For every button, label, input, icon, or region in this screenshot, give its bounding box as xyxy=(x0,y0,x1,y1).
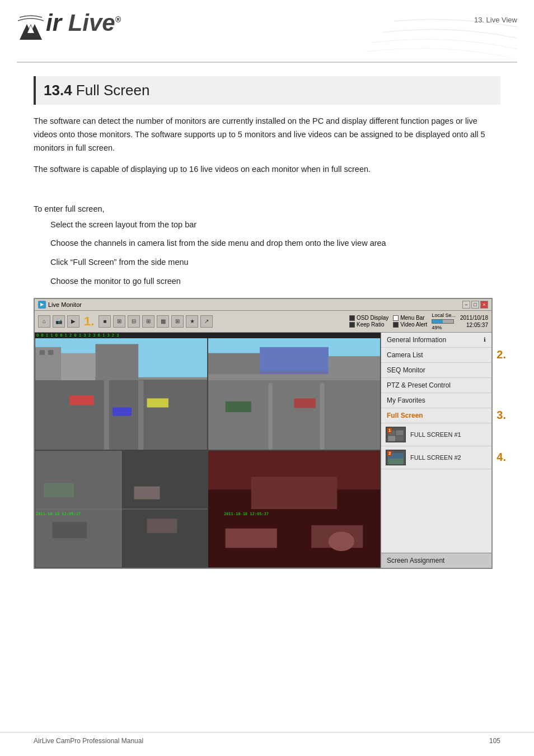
win-controls[interactable]: − □ × xyxy=(462,301,488,309)
video-cell-bottom-right xyxy=(208,450,381,568)
svg-rect-16 xyxy=(208,353,260,374)
osd-label: OSD Display xyxy=(357,315,388,321)
video-cell-top-left xyxy=(35,333,208,450)
svg-rect-8 xyxy=(95,344,138,380)
minimize-button[interactable]: − xyxy=(462,301,470,309)
progress-bar xyxy=(432,319,454,324)
layout-16-icon[interactable]: ⊞ xyxy=(171,315,184,328)
sidebar-item-ptz-control[interactable]: PTZ & Preset Control xyxy=(381,378,491,393)
paragraph-2: The software is capable of displaying up… xyxy=(34,163,500,176)
logo-reg: ® xyxy=(115,15,121,24)
export-icon[interactable]: ↗ xyxy=(200,315,213,328)
fullscreen-option-1[interactable]: 1 FULL SCREEN #1 xyxy=(381,423,491,446)
svg-rect-36 xyxy=(251,477,338,509)
fullscreen-thumb-2: 2 xyxy=(386,450,406,465)
toolbar-right: OSD Display Keep Ratio Menu Bar xyxy=(349,312,488,330)
svg-rect-24 xyxy=(294,398,316,408)
layout-1-icon[interactable]: ■ xyxy=(99,315,111,328)
step3-badge: 3. xyxy=(496,409,506,422)
svg-rect-20 xyxy=(208,374,380,380)
osd-display-checkbox[interactable]: OSD Display xyxy=(349,315,388,321)
play-icon[interactable]: ▶ xyxy=(67,315,79,328)
close-button[interactable]: × xyxy=(480,301,488,309)
layout-13-icon[interactable]: ▦ xyxy=(157,315,169,328)
sidebar-item-camera-list[interactable]: Camera List 2. xyxy=(381,348,491,363)
video-grid: 0 0 1 1 0 0 1 2 0 1 3 2 3 0 1 3 2 3 xyxy=(35,333,381,568)
fullscreen-num-2: 2 xyxy=(387,451,392,456)
video-cell-top-right xyxy=(208,333,381,450)
footer-page: 105 xyxy=(489,737,500,745)
layout-9-icon[interactable]: ⊞ xyxy=(142,315,154,328)
star-icon[interactable]: ★ xyxy=(186,315,198,328)
sidebar-item-screen-assignment[interactable]: Screen Assignment xyxy=(381,553,491,568)
fullscreen-option-2[interactable]: 2 FULL SCREEN #2 4. xyxy=(381,446,491,469)
camera-strip: 0 0 1 1 0 0 1 2 0 1 3 2 3 0 1 3 2 3 xyxy=(35,333,381,338)
window-icon: ▶ xyxy=(38,301,46,309)
step-1: Select the screen layout from the top ba… xyxy=(50,219,500,231)
layout-4-icon[interactable]: ⊞ xyxy=(113,315,125,328)
menu-bar-label: Menu Bar xyxy=(400,315,424,321)
svg-rect-10 xyxy=(104,380,109,450)
svg-rect-11 xyxy=(138,380,143,450)
sidebar-item-my-favorites[interactable]: My Favorites xyxy=(381,393,491,408)
svg-rect-14 xyxy=(147,398,168,407)
svg-rect-21 xyxy=(268,383,273,450)
footer-left: AirLive CamPro Professional Manual xyxy=(34,737,143,745)
svg-rect-42 xyxy=(396,430,404,436)
fullscreen-thumb-1: 1 xyxy=(386,427,406,442)
camera-strip-text: 0 0 1 1 0 0 1 2 0 1 3 2 3 0 1 3 2 3 xyxy=(36,333,119,338)
local-info: Local Se... 49% xyxy=(432,312,456,330)
side-panel-spacer xyxy=(381,469,491,553)
step-2: Choose the channels in camera list from … xyxy=(50,237,500,250)
menu-bar-checkbox[interactable]: Menu Bar xyxy=(393,315,427,321)
svg-rect-33 xyxy=(147,519,177,533)
home-icon[interactable]: ⌂ xyxy=(38,315,50,328)
fullscreen-label-1: FULL SCREEN #1 xyxy=(410,431,461,438)
svg-rect-30 xyxy=(44,483,74,497)
general-info-label: General Information xyxy=(387,336,446,344)
progress-fill xyxy=(432,320,443,323)
logo-air: ir xyxy=(46,10,68,36)
percent-label: 49% xyxy=(432,325,442,330)
step4-badge: 4. xyxy=(496,451,506,464)
svg-rect-5 xyxy=(40,350,45,355)
ptz-label: PTZ & Preset Control xyxy=(387,381,451,389)
datetime: 2011/10/18 12:05:37 xyxy=(460,314,488,329)
keep-ratio-box xyxy=(349,322,355,328)
svg-rect-12 xyxy=(69,395,93,405)
sidebar-item-general-information[interactable]: General Information ℹ xyxy=(381,333,491,348)
step-3: Click “Full Screen” from the side menu xyxy=(50,256,500,269)
osd-checkboxes: OSD Display Keep Ratio xyxy=(349,315,388,328)
video-alert-box xyxy=(393,322,399,328)
svg-rect-23 xyxy=(226,401,251,412)
intro-label: To enter full screen, xyxy=(34,204,500,213)
keep-ratio-checkbox[interactable]: Keep Ratio xyxy=(349,321,388,328)
full-screen-label: Full Screen xyxy=(387,412,423,419)
section-title: Full Screen xyxy=(76,82,150,99)
window-title-text: Live Monitor xyxy=(48,301,82,308)
date-display: 2011/10/18 xyxy=(460,314,488,321)
layout-6-icon[interactable]: ⊟ xyxy=(128,315,140,328)
video-alert-checkbox[interactable]: Video Alert xyxy=(393,321,427,328)
step-4: Choose the monitor to go full screen xyxy=(50,276,500,288)
logo: ir Live® xyxy=(17,10,517,43)
steps-list: Select the screen layout from the top ba… xyxy=(50,219,500,288)
menu-bar-box xyxy=(393,315,399,321)
seq-monitor-label: SEQ Monitor xyxy=(387,366,425,374)
svg-rect-37 xyxy=(226,528,277,548)
svg-rect-43 xyxy=(388,436,396,441)
step1-badge: 1. xyxy=(84,314,94,329)
menu-checkboxes: Menu Bar Video Alert xyxy=(393,315,427,328)
screenshot: ▶ Live Monitor − □ × ⌂ 📷 ▶ 1. ■ ⊞ ⊟ ⊞ ▦ … xyxy=(34,298,493,569)
win-title: ▶ Live Monitor xyxy=(38,301,82,309)
header: ir Live® xyxy=(0,0,534,62)
step2-badge: 2. xyxy=(496,348,506,361)
sidebar-item-seq-monitor[interactable]: SEQ Monitor xyxy=(381,363,491,378)
sidebar-item-full-screen[interactable]: Full Screen 3. xyxy=(381,408,491,423)
maximize-button[interactable]: □ xyxy=(471,301,479,309)
fullscreen-num-1: 1 xyxy=(387,428,392,433)
svg-rect-22 xyxy=(320,383,325,450)
camera-icon[interactable]: 📷 xyxy=(53,315,65,328)
osd-checkbox-box xyxy=(349,315,355,321)
camera-list-label: Camera List xyxy=(387,351,423,359)
